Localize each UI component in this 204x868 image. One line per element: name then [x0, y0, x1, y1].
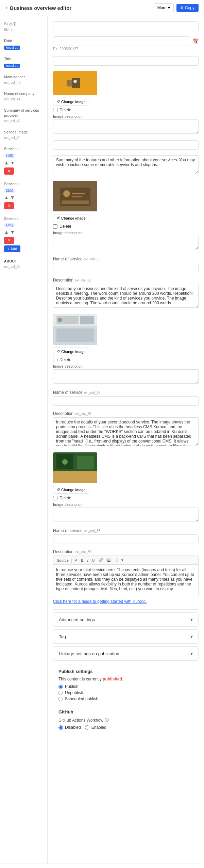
main-banner-image-container: [53, 71, 199, 95]
services-2-delete-button[interactable]: ✕: [4, 202, 14, 209]
main-banner-actions: ↺ Change image: [53, 98, 199, 106]
sidebar-company-name: Name of company ext_col_41: [4, 91, 43, 101]
github-enabled-radio[interactable]: Enabled: [85, 725, 106, 730]
service3-name-input[interactable]: Service #3: [53, 534, 199, 544]
date-field-group: 2022/02/25 📅 Ex: 2005/01/27: [53, 36, 199, 51]
back-button[interactable]: ‹: [5, 5, 7, 11]
summary-textarea[interactable]: Summary of the features and other inform…: [53, 155, 199, 174]
services-1-delete-button[interactable]: ✕: [4, 167, 14, 175]
publish-radio-publish-input[interactable]: [58, 685, 63, 689]
toolbar-underline[interactable]: U: [91, 558, 96, 563]
github-info-icon: ⓘ: [105, 717, 109, 723]
copy-button[interactable]: ⧉ Copy: [176, 4, 199, 12]
toolbar-more[interactable]: ▾: [120, 557, 125, 563]
service-image-2-desc-label: Image description: [53, 364, 199, 368]
tag-section: Tag ▾: [53, 629, 199, 644]
service-image-2-delete[interactable]: Delete: [53, 357, 199, 362]
service-image-main-change-button[interactable]: ↺ Change image: [53, 214, 89, 222]
title-input[interactable]: Sample site: [53, 56, 199, 66]
tag-chevron: ▾: [190, 634, 193, 639]
main-banner-delete-input[interactable]: [53, 108, 57, 112]
slug-field-group: [53, 21, 199, 31]
service-image-main-container: [53, 181, 199, 211]
service-image-2-change-button[interactable]: ↺ Change image: [53, 348, 89, 355]
github-title: GitHub: [58, 709, 193, 714]
publish-radio-publish[interactable]: Publish: [58, 684, 193, 689]
service-image-3-delete[interactable]: Delete: [53, 496, 199, 500]
title-field-group: Sample site: [53, 56, 199, 66]
service2-name-input[interactable]: Service #2: [53, 396, 199, 406]
kuroco-guide-link[interactable]: Click here for a guide to getting starte…: [53, 599, 147, 604]
publish-status-value: published.: [103, 677, 123, 681]
github-disabled-input[interactable]: [58, 725, 63, 730]
main-banner-image-desc[interactable]: [53, 119, 199, 134]
service-image-2-delete-input[interactable]: [53, 358, 57, 362]
sidebar-title: Title Required: [4, 57, 43, 68]
slug-input[interactable]: [53, 21, 199, 31]
service-image-3-delete-input[interactable]: [53, 496, 57, 500]
service3-name-group: Name of service ext_col_85 Service #3: [53, 528, 199, 544]
service-image-2-desc[interactable]: [53, 369, 199, 384]
about-separator: [53, 609, 199, 610]
main-banner-image: [53, 71, 97, 95]
main-banner-delete-checkbox[interactable]: Delete: [53, 108, 199, 112]
svg-rect-7: [72, 193, 85, 194]
date-input[interactable]: 2022/02/25: [53, 36, 190, 46]
services-2-up-button[interactable]: ▲: [4, 195, 9, 200]
services-1-down-button[interactable]: ▼: [10, 160, 15, 165]
svg-point-20: [62, 459, 68, 465]
services-3-delete-button[interactable]: ✕: [4, 237, 14, 244]
toolbar-image[interactable]: 🖼: [106, 558, 112, 563]
company-name-input[interactable]: Company name: [53, 140, 199, 150]
sidebar-main-banner: Main banner ext_col_40: [4, 75, 43, 84]
service-image-3-change-button[interactable]: ↺ Change image: [53, 486, 89, 494]
calendar-icon[interactable]: 📅: [193, 38, 199, 44]
service2-desc-textarea[interactable]: Introduce the details of your second sec…: [53, 417, 199, 446]
service3-desc-editor[interactable]: Introduce your third service here. The c…: [53, 564, 199, 596]
service-image-main-desc[interactable]: [53, 236, 199, 250]
svg-rect-2: [67, 80, 72, 86]
main-banner-change-button[interactable]: ↺ Change image: [53, 98, 89, 106]
service-image-main-desc-label: Image description: [53, 231, 199, 235]
publish-radio-unpublish[interactable]: Unpublish: [58, 690, 193, 695]
sidebar-slug: Slug ⓘ (ID: 7): [4, 21, 43, 31]
publish-radio-scheduled-input[interactable]: [58, 697, 63, 701]
service1-name-input[interactable]: Service #1: [53, 263, 199, 272]
date-required-badge: Required: [4, 46, 20, 50]
linkage-settings-chevron: ▾: [190, 651, 193, 656]
tag-header[interactable]: Tag ▾: [53, 630, 198, 643]
services-add-button[interactable]: + Add: [4, 245, 20, 252]
services-2-down-button[interactable]: ▼: [10, 195, 15, 200]
service-image-3-desc[interactable]: [53, 508, 199, 522]
toolbar-source[interactable]: Source: [55, 558, 70, 563]
github-disabled-radio[interactable]: Disabled: [58, 725, 81, 730]
more-button[interactable]: More ▾: [154, 3, 174, 12]
service1-desc-textarea[interactable]: Describe your business and the kind of s…: [53, 284, 199, 308]
svg-rect-12: [56, 328, 94, 342]
svg-point-3: [73, 80, 77, 83]
toolbar-bold[interactable]: B: [80, 558, 85, 563]
content-area: 2022/02/25 📅 Ex: 2005/01/27 Sample site: [48, 16, 204, 864]
sidebar-about: ABOUT ext_col_8x: [4, 259, 43, 269]
service-image-main-delete-input[interactable]: [53, 224, 57, 229]
publish-radio-scheduled[interactable]: Scheduled publish: [58, 696, 193, 701]
services-3-up-button[interactable]: ▲: [4, 229, 9, 235]
page-title: Business overview editor: [10, 5, 153, 11]
advanced-settings-header[interactable]: Advanced settings ▾: [53, 613, 198, 626]
toolbar-table[interactable]: ⊞: [113, 557, 119, 563]
services-3-badge: (3/5): [4, 223, 15, 227]
sidebar-services-2: Services (2/5) ▲ ▼ ✕: [4, 181, 43, 209]
advanced-settings-chevron: ▾: [190, 617, 193, 622]
services-1-up-button[interactable]: ▲: [4, 160, 9, 165]
service-image-main-delete[interactable]: Delete: [53, 224, 199, 229]
publish-status: This content is currently published.: [58, 677, 193, 681]
service-image-3-desc-label: Image description: [53, 502, 199, 507]
services-3-down-button[interactable]: ▼: [10, 229, 15, 235]
publish-radio-unpublish-input[interactable]: [58, 691, 63, 695]
github-enabled-input[interactable]: [85, 725, 89, 730]
toolbar-link[interactable]: 🔗: [97, 557, 105, 563]
toolbar-italic[interactable]: I: [86, 558, 90, 563]
service1-desc-group: Description ext_col_86 Describe your bus…: [53, 278, 199, 309]
linkage-settings-header[interactable]: Linkage settings on publication ▾: [53, 647, 198, 660]
toolbar-p[interactable]: P: [73, 558, 78, 563]
